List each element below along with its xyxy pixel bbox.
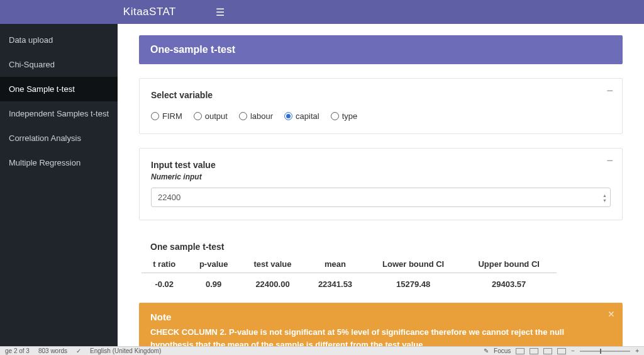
table-header: Upper bound CI bbox=[461, 256, 557, 273]
radio-icon bbox=[331, 112, 339, 120]
table-cell: 22341.53 bbox=[305, 273, 365, 293]
collapse-icon[interactable]: − bbox=[606, 85, 613, 96]
radio-label: output bbox=[205, 111, 228, 121]
table-cell: -0.02 bbox=[142, 273, 187, 293]
table-cell: 22400.00 bbox=[240, 273, 305, 293]
test-value-panel: − Input test value Numeric input ▲ ▼ bbox=[139, 148, 623, 220]
radio-label: FIRM bbox=[162, 111, 182, 121]
radio-label: labour bbox=[250, 111, 273, 121]
sidebar-item-data-upload[interactable]: Data upload bbox=[0, 28, 118, 52]
sidebar-item-one-sample-t-test[interactable]: One Sample t-test bbox=[0, 77, 118, 101]
number-stepper[interactable]: ▲ ▼ bbox=[602, 193, 607, 202]
sidebar-item-correlation-analysis[interactable]: Correlation Analysis bbox=[0, 126, 118, 150]
radio-label: capital bbox=[296, 111, 319, 121]
test-value-label: Input test value bbox=[151, 160, 611, 170]
zoom-slider[interactable] bbox=[580, 351, 630, 352]
select-variable-panel: − Select variable FIRMoutputlabourcapita… bbox=[139, 78, 623, 134]
topbar: KitaaSTAT ☰ bbox=[0, 0, 644, 24]
view-mode-icon[interactable] bbox=[516, 348, 525, 354]
status-focus[interactable]: Focus bbox=[494, 347, 511, 354]
note-title: Note bbox=[150, 312, 597, 322]
zoom-in-icon[interactable]: + bbox=[635, 347, 639, 354]
close-icon[interactable]: ✕ bbox=[608, 309, 615, 319]
radio-type[interactable]: type bbox=[331, 111, 358, 121]
sidebar-item-multiple-regression[interactable]: Multiple Regression bbox=[0, 150, 118, 175]
radio-capital[interactable]: capital bbox=[284, 111, 319, 121]
view-mode-icon[interactable] bbox=[530, 348, 538, 354]
status-words: 803 words bbox=[38, 347, 67, 354]
table-header: Lower bound CI bbox=[365, 256, 462, 273]
collapse-icon[interactable]: − bbox=[606, 155, 613, 166]
radio-icon bbox=[239, 112, 247, 120]
sidebar-item-independent-samples-t-test[interactable]: Independent Samples t-test bbox=[0, 101, 118, 126]
select-variable-label: Select variable bbox=[151, 90, 611, 100]
table-cell: 0.99 bbox=[187, 273, 240, 293]
status-bar: ge 2 of 3 803 words ✓ English (United Ki… bbox=[0, 346, 644, 355]
results-panel: One sample t-test t ratiop-valuetest val… bbox=[139, 234, 623, 346]
sidebar: Data uploadChi-SquaredOne Sample t-testI… bbox=[0, 24, 118, 346]
radio-icon bbox=[151, 112, 159, 120]
view-mode-icon[interactable] bbox=[543, 348, 552, 354]
radio-label: type bbox=[342, 111, 358, 121]
hamburger-icon[interactable]: ☰ bbox=[204, 6, 236, 18]
variable-radio-group: FIRMoutputlabourcapitaltype bbox=[151, 111, 611, 121]
table-cell: 15279.48 bbox=[365, 273, 462, 293]
status-spellcheck-icon[interactable]: ✓ bbox=[76, 347, 81, 354]
view-mode-icon[interactable] bbox=[557, 348, 566, 354]
table-header: mean bbox=[305, 256, 365, 273]
table-header: t ratio bbox=[142, 256, 187, 273]
zoom-out-icon[interactable]: − bbox=[571, 347, 575, 354]
sidebar-item-chi-squared[interactable]: Chi-Squared bbox=[0, 52, 118, 77]
table-cell: 29403.57 bbox=[461, 273, 557, 293]
radio-icon bbox=[284, 112, 292, 120]
radio-output[interactable]: output bbox=[194, 111, 228, 121]
focus-icon[interactable]: ✎ bbox=[484, 347, 489, 354]
table-header: test value bbox=[240, 256, 305, 273]
stepper-up-icon[interactable]: ▲ bbox=[602, 193, 607, 197]
status-language[interactable]: English (United Kingdom) bbox=[90, 347, 161, 354]
radio-labour[interactable]: labour bbox=[239, 111, 273, 121]
radio-icon bbox=[194, 112, 202, 120]
status-page: ge 2 of 3 bbox=[5, 347, 30, 354]
test-value-sublabel: Numeric input bbox=[151, 172, 611, 181]
table-header: p-value bbox=[187, 256, 240, 273]
radio-FIRM[interactable]: FIRM bbox=[151, 111, 182, 121]
test-value-input[interactable] bbox=[151, 188, 611, 207]
table-row: -0.020.9922400.0022341.5315279.4829403.5… bbox=[142, 273, 557, 293]
main-content: One-sample t-test − Select variable FIRM… bbox=[118, 24, 644, 346]
page-title: One-sample t-test bbox=[139, 35, 623, 64]
results-table: t ratiop-valuetest valuemeanLower bound … bbox=[142, 256, 557, 293]
stepper-down-icon[interactable]: ▼ bbox=[602, 198, 607, 202]
results-title: One sample t-test bbox=[139, 234, 623, 256]
note-body: CHECK COLUMN 2. P-value is not significa… bbox=[150, 326, 597, 346]
app-brand: KitaaSTAT bbox=[123, 6, 176, 18]
note-box: ✕ Note CHECK COLUMN 2. P-value is not si… bbox=[139, 303, 623, 346]
